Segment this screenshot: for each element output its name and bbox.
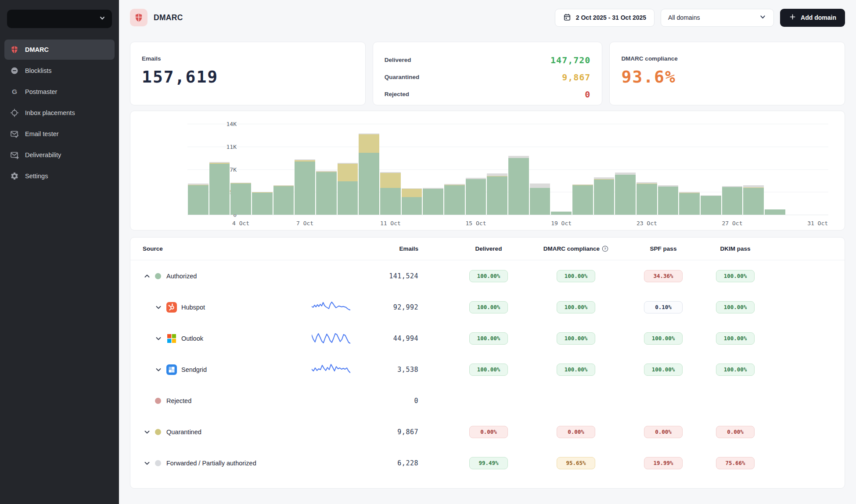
- table-row-forwarded-partially-authorized[interactable]: Forwarded / Partially authorized6,22899.…: [130, 447, 845, 479]
- chart-bar[interactable]: [658, 124, 679, 215]
- chevron-down-icon[interactable]: [143, 459, 151, 467]
- chart-bar[interactable]: [422, 124, 444, 215]
- category-dot: [155, 273, 161, 279]
- date-range-picker[interactable]: 2 Oct 2025 - 31 Oct 2025: [555, 9, 655, 27]
- sidebar-item-label: Email tester: [25, 130, 59, 137]
- chart-bar[interactable]: [764, 124, 786, 215]
- table-row-authorized[interactable]: Authorized141,524100.00%100.00%34.36%100…: [130, 260, 845, 292]
- x-axis-tick: 19 Oct: [551, 220, 572, 227]
- percent-badge: 95.65%: [557, 457, 595, 469]
- hubspot-icon: [166, 302, 177, 313]
- mail-arrow-icon: [10, 151, 19, 160]
- domain-filter-select[interactable]: All domains: [661, 9, 774, 27]
- sidebar-item-email-tester[interactable]: Email tester: [4, 124, 115, 144]
- sidebar-item-dmarc[interactable]: DMARC: [4, 40, 115, 60]
- chevron-down-icon[interactable]: [155, 366, 162, 374]
- chart-bar[interactable]: [786, 124, 807, 215]
- chart-bar[interactable]: [230, 124, 252, 215]
- percent-badge: 75.66%: [716, 457, 755, 469]
- microsoft-icon: [166, 333, 177, 344]
- chart-bar[interactable]: [187, 124, 209, 215]
- chart-bar[interactable]: [486, 124, 508, 215]
- chart-bar[interactable]: [465, 124, 487, 215]
- chart-bar[interactable]: [743, 124, 764, 215]
- chart-bar[interactable]: [636, 124, 658, 215]
- sidebar: DMARCBlocklistsGPostmasterInbox placemen…: [0, 0, 119, 504]
- sidebar-item-deliverability[interactable]: Deliverability: [4, 145, 115, 165]
- trend-sparkline: [312, 331, 350, 346]
- shield-icon: [10, 45, 19, 54]
- chart-bar[interactable]: [593, 124, 615, 215]
- percent-badge: 19.99%: [644, 457, 683, 469]
- category-dot: [155, 429, 161, 435]
- chevron-up-icon[interactable]: [143, 272, 151, 280]
- outcome-label: Quarantined: [385, 74, 420, 80]
- table-row-rejected[interactable]: Rejected0: [130, 385, 845, 416]
- sources-table-header: Source Emails Delivered DMARC compliance…: [130, 238, 845, 260]
- emails-value: 9,867: [350, 428, 418, 436]
- sidebar-item-postmaster[interactable]: GPostmaster: [4, 82, 115, 102]
- page-title: DMARC: [154, 13, 183, 22]
- svg-text:?: ?: [604, 247, 606, 251]
- add-domain-button[interactable]: Add domain: [780, 9, 845, 27]
- plus-icon: [789, 13, 796, 22]
- emails-value: 92,992: [350, 303, 418, 311]
- compliance-stat-card: DMARC compliance 93.6%: [609, 42, 845, 105]
- col-delivered: Delivered: [458, 245, 519, 252]
- table-row-hubspot[interactable]: Hubspot92,992100.00%100.00%0.10%100.00%: [130, 292, 845, 323]
- topbar: DMARC 2 Oct 2025 - 31 Oct 2025 All domai…: [130, 0, 845, 35]
- chart-bar[interactable]: [337, 124, 359, 215]
- chart-bar[interactable]: [615, 124, 636, 215]
- chart-bar[interactable]: [358, 124, 380, 215]
- source-name: Hubspot: [181, 304, 205, 311]
- chart-bar[interactable]: [252, 124, 273, 215]
- chart-bar[interactable]: [401, 124, 423, 215]
- source-name: Quarantined: [166, 428, 201, 436]
- chart-bar[interactable]: [294, 124, 316, 215]
- sidebar-item-inbox-placements[interactable]: Inbox placements: [4, 103, 115, 123]
- chart-bar[interactable]: [529, 124, 551, 215]
- chevron-down-icon: [99, 14, 106, 23]
- percent-badge: 100.00%: [557, 332, 595, 345]
- table-row-sendgrid[interactable]: Sendgrid3,538100.00%100.00%100.00%100.00…: [130, 354, 845, 385]
- category-dot: [155, 398, 161, 404]
- chart-bar[interactable]: [508, 124, 529, 215]
- percent-badge: 0.00%: [716, 426, 755, 438]
- chevron-down-icon[interactable]: [155, 303, 162, 311]
- percent-badge: 100.00%: [716, 301, 755, 313]
- emails-stat-value: 157,619: [142, 67, 354, 86]
- percent-badge: 0.00%: [557, 426, 595, 438]
- chart-bar[interactable]: [273, 124, 295, 215]
- chart-bar[interactable]: [550, 124, 572, 215]
- emails-stat-card: Emails 157,619: [130, 42, 366, 105]
- sidebar-item-blocklists[interactable]: Blocklists: [4, 61, 115, 81]
- chart-bar[interactable]: [679, 124, 700, 215]
- outcome-value: 9,867: [562, 72, 590, 83]
- col-dmarc-compliance: DMARC compliance?: [532, 245, 620, 253]
- chart-bar[interactable]: [380, 124, 401, 215]
- chart-bar[interactable]: [316, 124, 337, 215]
- table-row-outlook[interactable]: Outlook44,994100.00%100.00%100.00%100.00…: [130, 323, 845, 354]
- chart-bar[interactable]: [807, 124, 828, 215]
- chart-bar[interactable]: [572, 124, 593, 215]
- dmarc-shield-icon: [130, 9, 147, 26]
- chevron-down-icon[interactable]: [155, 335, 162, 342]
- chart-bar[interactable]: [444, 124, 465, 215]
- chart-bar[interactable]: [700, 124, 722, 215]
- chevron-down-icon[interactable]: [143, 428, 151, 436]
- sidebar-item-settings[interactable]: Settings: [4, 166, 115, 186]
- source-name: Sendgrid: [181, 366, 207, 373]
- sidebar-nav: DMARCBlocklistsGPostmasterInbox placemen…: [0, 40, 119, 186]
- google-icon: G: [10, 87, 19, 97]
- percent-badge: 100.00%: [469, 301, 508, 313]
- sidebar-item-label: Blocklists: [25, 67, 51, 74]
- table-row-quarantined[interactable]: Quarantined9,8670.00%0.00%0.00%0.00%: [130, 416, 845, 447]
- chart-bar[interactable]: [722, 124, 743, 215]
- chart-bar[interactable]: [209, 124, 230, 215]
- source-name: Forwarded / Partially authorized: [166, 460, 256, 467]
- add-domain-label: Add domain: [801, 14, 836, 21]
- x-axis-tick: 4 Oct: [232, 220, 249, 227]
- workspace-selector[interactable]: [7, 10, 112, 28]
- help-icon[interactable]: ?: [602, 245, 608, 253]
- percent-badge: 100.00%: [644, 332, 683, 345]
